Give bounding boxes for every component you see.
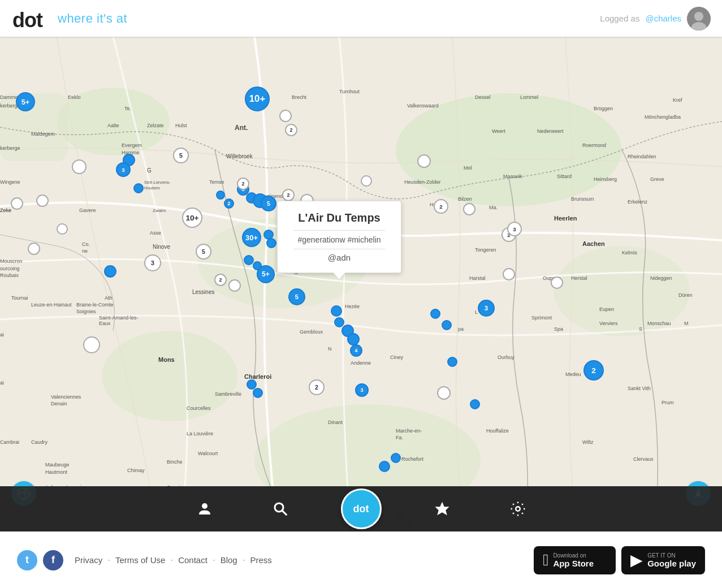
map-marker-white[interactable] xyxy=(463,203,475,215)
press-link[interactable]: Press xyxy=(250,555,272,565)
map-marker-blue[interactable]: 2 xyxy=(224,198,234,209)
map-marker-white[interactable] xyxy=(551,276,563,289)
map-marker-white[interactable]: 10+ xyxy=(182,207,202,228)
profile-nav-button[interactable] xyxy=(189,496,220,522)
map-marker-blue[interactable] xyxy=(216,191,225,200)
map-marker-blue[interactable] xyxy=(347,333,360,345)
map-marker-blue[interactable] xyxy=(104,265,116,278)
map-marker-blue[interactable] xyxy=(379,461,390,472)
svg-text:Lommel: Lommel xyxy=(520,94,538,100)
settings-nav-button[interactable] xyxy=(503,496,533,522)
contact-link[interactable]: Contact xyxy=(178,555,207,565)
map-marker-blue[interactable] xyxy=(266,238,276,248)
map-marker-white[interactable]: 5 xyxy=(173,148,189,163)
app-tagline: where it's at xyxy=(58,11,127,26)
map-marker-blue[interactable] xyxy=(447,357,457,367)
svg-text:Rheindahlen: Rheindahlen xyxy=(628,154,656,159)
svg-text:Evergem: Evergem xyxy=(122,142,142,148)
map-marker-blue[interactable] xyxy=(430,309,440,319)
map-marker-blue[interactable] xyxy=(133,183,144,193)
svg-text:Weert: Weert xyxy=(492,128,505,134)
search-nav-button[interactable] xyxy=(265,496,296,522)
svg-point-140 xyxy=(516,507,520,511)
map-marker-white[interactable]: 2 xyxy=(214,274,227,286)
dot-center-button[interactable]: dot xyxy=(341,488,382,529)
svg-text:Binche: Binche xyxy=(167,459,183,465)
map-marker-blue[interactable]: 5 xyxy=(288,288,305,305)
username-label[interactable]: @charles xyxy=(645,14,681,23)
map-marker-blue[interactable]: 3 xyxy=(478,300,495,317)
map-marker-white[interactable] xyxy=(279,110,292,122)
map-marker-white[interactable]: 5 xyxy=(196,244,211,260)
map-marker-blue[interactable] xyxy=(470,399,480,409)
map-marker-white[interactable] xyxy=(72,159,87,174)
map-marker-white[interactable] xyxy=(36,194,49,207)
map-marker-white[interactable]: 2 xyxy=(434,199,448,214)
map-marker-white[interactable]: 2 xyxy=(309,379,325,395)
facebook-button[interactable]: f xyxy=(43,550,63,570)
svg-text:Lessines: Lessines xyxy=(192,289,214,295)
svg-text:Saint-Amand-les-: Saint-Amand-les- xyxy=(99,315,139,321)
favorites-nav-button[interactable] xyxy=(427,496,457,522)
svg-text:Zwalm: Zwalm xyxy=(153,208,166,213)
svg-text:Gembloux: Gembloux xyxy=(300,329,323,335)
map-marker-blue[interactable]: 4 xyxy=(350,344,362,357)
map-marker-blue[interactable]: 5 xyxy=(261,196,276,211)
map-marker-blue[interactable]: 5+ xyxy=(257,265,275,283)
svg-text:Ciney: Ciney xyxy=(390,354,404,360)
map-marker-white[interactable] xyxy=(57,223,68,235)
logo[interactable]: dot xyxy=(11,5,51,33)
svg-text:ai: ai xyxy=(0,332,4,338)
map-marker-white[interactable]: 3 xyxy=(144,254,161,271)
map-marker-white[interactable] xyxy=(503,268,515,280)
map-marker-white[interactable] xyxy=(361,175,372,187)
map-marker-blue[interactable] xyxy=(244,255,254,265)
social-icons: t f xyxy=(17,550,63,570)
svg-text:Temse: Temse xyxy=(209,179,224,185)
map-marker-white[interactable] xyxy=(83,336,100,353)
svg-text:Dinant: Dinant xyxy=(328,420,343,425)
map-container[interactable]: Ant. Ninove Willebroek G Sint-Lievens- H… xyxy=(0,37,722,531)
avatar[interactable] xyxy=(687,7,711,31)
map-marker-white[interactable]: 2 xyxy=(237,178,249,190)
logged-as-label: Logged as xyxy=(600,14,639,23)
map-marker-white[interactable]: 2 xyxy=(282,189,295,201)
blog-link[interactable]: Blog xyxy=(221,555,237,565)
map-marker-blue[interactable] xyxy=(391,453,401,463)
svg-text:Mons: Mons xyxy=(158,356,175,363)
search-icon xyxy=(272,500,289,517)
map-marker-white[interactable] xyxy=(417,154,431,168)
map-marker-white[interactable] xyxy=(437,386,451,400)
settings-icon xyxy=(509,500,526,517)
privacy-link[interactable]: Privacy xyxy=(75,555,102,565)
map-marker-white[interactable]: 2 xyxy=(285,124,297,136)
svg-text:Fa.: Fa. xyxy=(396,435,403,440)
app-store-button[interactable]:  Download on App Store xyxy=(534,546,616,574)
map-marker-blue[interactable]: 3 xyxy=(116,162,131,177)
map-marker-blue[interactable]: 2 xyxy=(583,360,604,381)
map-marker-blue[interactable]: 10+ xyxy=(245,87,270,111)
svg-text:Mönchengladba: Mönchengladba xyxy=(645,114,681,120)
map-marker-blue[interactable] xyxy=(442,320,452,330)
svg-text:Ma.: Ma. xyxy=(489,205,498,210)
map-marker-white[interactable]: 3 xyxy=(507,222,522,236)
map-marker-white[interactable] xyxy=(228,279,241,292)
terms-link[interactable]: Terms of Use xyxy=(115,555,165,565)
svg-text:Maaseik: Maaseik xyxy=(503,174,522,179)
google-play-button[interactable]: ▶ GET IT ON Google play xyxy=(621,546,705,574)
svg-text:Maldegem: Maldegem xyxy=(31,131,55,137)
separator: • xyxy=(108,557,110,563)
map-marker-blue[interactable] xyxy=(253,388,263,398)
map-marker-white[interactable] xyxy=(28,243,40,255)
map-marker-blue[interactable] xyxy=(331,305,342,317)
svg-text:Andenne: Andenne xyxy=(351,360,371,366)
map-marker-blue[interactable]: 3 xyxy=(355,383,369,397)
map-marker-blue[interactable]: 5+ xyxy=(16,92,35,111)
map-marker-white[interactable] xyxy=(11,197,23,210)
twitter-button[interactable]: t xyxy=(17,550,37,570)
svg-text:Eaux: Eaux xyxy=(99,321,111,326)
svg-text:dot: dot xyxy=(12,8,43,32)
map-marker-blue[interactable]: 30+ xyxy=(242,228,261,247)
location-popup[interactable]: L'Air Du Temps #generationw #michelin @a… xyxy=(277,201,401,273)
svg-text:Charleroi: Charleroi xyxy=(244,373,271,380)
